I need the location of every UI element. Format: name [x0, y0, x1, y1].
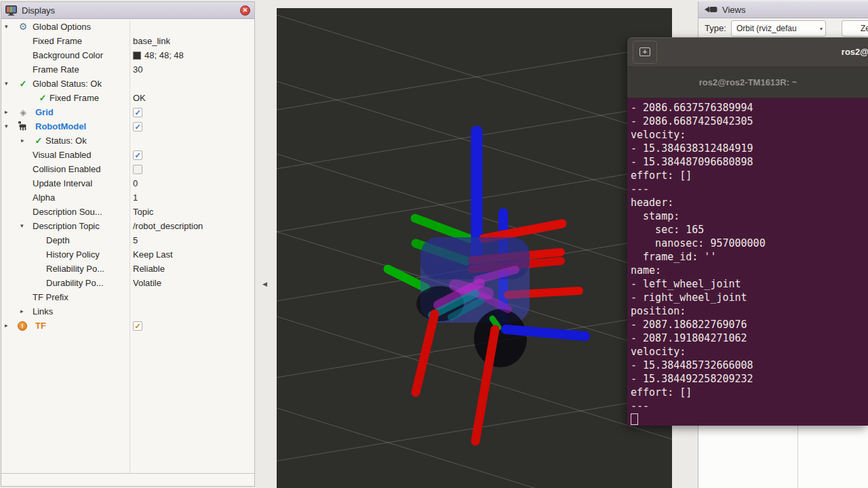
expand-open-icon[interactable]: ▾ — [5, 80, 8, 87]
enabled-checkbox[interactable] — [133, 165, 142, 174]
terminal-line: sec: 165 — [631, 223, 868, 237]
tree-row-collision-enabled[interactable]: Collision Enabled — [1, 163, 254, 177]
tree-row-tf-prefix[interactable]: TF Prefix — [1, 291, 254, 305]
terminal-line: - left_wheel_joint — [631, 277, 868, 291]
expand-closed-icon[interactable]: ▸ — [5, 322, 8, 329]
tree-row-background-color[interactable]: Background Color48; 48; 48 — [1, 49, 254, 63]
views-panel-title: Views — [722, 5, 745, 15]
enabled-checkbox[interactable]: ✓ — [133, 108, 142, 117]
expand-open-icon[interactable]: ▾ — [5, 23, 8, 30]
property-label: Collision Enabled — [33, 164, 100, 174]
property-label: Frame Rate — [33, 64, 79, 75]
displays-panel-header[interactable]: Displays ✕ — [1, 2, 254, 19]
tree-row-depth[interactable]: Depth5 — [1, 234, 254, 248]
tree-row-robotmodel[interactable]: ▾RobotModel✓ — [1, 120, 254, 134]
new-tab-button[interactable]: + — [633, 41, 657, 64]
tree-row-reliability-po[interactable]: Reliability Po...Reliable — [1, 262, 254, 277]
terminal-line: --- — [631, 399, 868, 413]
expand-closed-icon[interactable]: ▸ — [5, 108, 8, 115]
enabled-checkbox[interactable]: ✓ — [133, 321, 142, 331]
property-value[interactable]: 1 — [133, 192, 138, 203]
terminal-line: - 15.384638312484919 — [631, 142, 868, 155]
terminal-line: effort: [] — [631, 386, 868, 399]
tree-row-frame-rate[interactable]: Frame Rate30 — [1, 63, 254, 77]
terminal-line: - 2086.6687425042305 — [631, 115, 868, 128]
property-label: Update Interval — [33, 178, 92, 188]
enabled-checkbox[interactable]: ✓ — [133, 150, 142, 160]
property-label: TF — [35, 321, 46, 331]
property-value[interactable]: Keep Last — [133, 249, 173, 260]
terminal-output[interactable]: - 2086.6637576389994- 2086.6687425042305… — [627, 98, 868, 426]
property-label: Description Topic — [33, 221, 100, 231]
tree-row-update-interval[interactable]: Update Interval0 — [1, 177, 254, 191]
property-value[interactable]: OK — [133, 93, 146, 103]
property-label: RobotModel — [35, 121, 86, 131]
viewport-3d-scene[interactable] — [277, 8, 672, 488]
check-icon: ✓ — [33, 136, 44, 146]
property-value[interactable]: 5 — [133, 235, 138, 245]
close-icon[interactable]: ✕ — [240, 5, 250, 16]
tree-row-global-status-ok[interactable]: ▾✓Global Status: Ok — [1, 77, 254, 92]
tree-row-durability-po[interactable]: Durability Po...Volatile — [1, 277, 254, 291]
rviz-window: Displays ✕ ▾⚙Global OptionsFixed Frameba… — [0, 0, 868, 488]
expand-closed-icon[interactable]: ▸ — [20, 308, 24, 314]
property-value[interactable]: Volatile — [133, 278, 161, 288]
property-value[interactable]: 0 — [133, 178, 138, 188]
tree-row-tf[interactable]: ▸!TF✓ — [1, 319, 254, 333]
terminal-line: - 15.384492258209232 — [631, 372, 868, 386]
displays-tree: ▾⚙Global OptionsFixed Framebase_linkBack… — [1, 20, 254, 486]
property-value[interactable]: base_link — [133, 36, 170, 46]
tree-row-fixed-frame[interactable]: Fixed Framebase_link — [1, 35, 254, 49]
tree-row-alpha[interactable]: Alpha1 — [1, 191, 254, 205]
property-label: TF Prefix — [33, 292, 68, 302]
property-label: Fixed Frame — [50, 93, 99, 103]
expand-closed-icon[interactable]: ▸ — [21, 137, 24, 144]
check-icon: ✓ — [37, 93, 48, 104]
displays-panel-title: Displays — [22, 5, 55, 16]
terminal-tab[interactable]: ros2@ros2-TM1613R: ~ — [699, 77, 797, 87]
gear-icon: ⚙ — [18, 21, 28, 32]
terminal-cursor — [631, 413, 638, 425]
terminal-line: name: — [631, 264, 868, 277]
terminal-titlebar[interactable]: + ros2@ — [627, 37, 868, 67]
terminal-line: velocity: — [631, 345, 868, 359]
property-label: Alpha — [33, 192, 55, 203]
property-label: Status: Ok — [45, 136, 87, 146]
displays-panel: Displays ✕ ▾⚙Global OptionsFixed Frameba… — [1, 1, 255, 487]
property-label: Grid — [35, 107, 54, 117]
property-value[interactable]: Reliable — [133, 264, 165, 274]
terminal-tabbar: ros2@ros2-TM1613R: ~ — [627, 67, 868, 98]
property-value[interactable]: Topic — [133, 207, 153, 217]
property-value[interactable]: 30 — [133, 64, 142, 75]
property-label: Fixed Frame — [33, 36, 82, 46]
tree-row-status-ok[interactable]: ▸✓Status: Ok — [1, 134, 254, 148]
zero-button[interactable]: Ze — [842, 20, 868, 37]
expand-open-icon[interactable]: ▾ — [20, 222, 24, 229]
property-value[interactable]: /robot_description — [133, 221, 203, 231]
tree-row-grid[interactable]: ▸◈Grid✓ — [1, 106, 254, 120]
expand-open-icon[interactable]: ▾ — [5, 123, 8, 129]
tree-row-history-policy[interactable]: History PolicyKeep Last — [1, 248, 254, 262]
terminal-line: position: — [631, 304, 868, 318]
check-icon: ✓ — [18, 79, 28, 89]
views-panel-header[interactable]: Views — [698, 1, 868, 18]
property-label: Visual Enabled — [33, 150, 92, 160]
tree-row-fixed-frame[interactable]: ✓Fixed FrameOK — [1, 92, 254, 106]
terminal-line: --- — [631, 182, 868, 196]
tree-row-description-sou[interactable]: Description Sou...Topic — [1, 205, 254, 220]
tree-row-visual-enabled[interactable]: Visual Enabled✓ — [1, 148, 254, 163]
view-type-dropdown[interactable]: Orbit (rviz_defau ▾ — [731, 20, 826, 37]
view-type-value: Orbit (rviz_defau — [736, 24, 797, 33]
tree-row-description-topic[interactable]: ▾Description Topic/robot_description — [1, 220, 254, 234]
property-label: Reliability Po... — [46, 264, 104, 274]
tree-row-links[interactable]: ▸Links — [1, 305, 254, 319]
terminal-line: nanosec: 957000000 — [631, 237, 868, 250]
tree-row-global-options[interactable]: ▾⚙Global Options — [1, 20, 254, 35]
views-type-row: Type: Orbit (rviz_defau ▾ Ze — [698, 18, 868, 39]
enabled-checkbox[interactable]: ✓ — [133, 122, 142, 131]
terminal-line: - 2086.6637576389994 — [631, 101, 868, 115]
render-viewport[interactable] — [277, 8, 672, 488]
panel-collapse-handle[interactable]: ◀ — [262, 279, 271, 289]
terminal-line: - 15.384487096680898 — [631, 155, 868, 169]
property-value[interactable]: 48; 48; 48 — [133, 50, 184, 60]
